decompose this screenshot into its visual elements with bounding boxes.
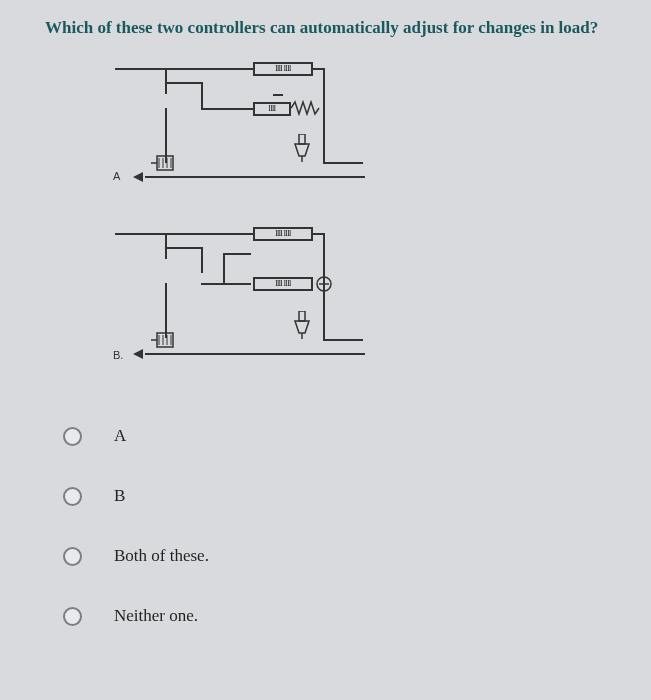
label-b: B. — [113, 349, 123, 361]
answer-options: A B Both of these. Neither one. — [63, 426, 606, 626]
option-neither[interactable]: Neither one. — [63, 606, 606, 626]
radio-a[interactable] — [63, 427, 82, 446]
radio-b[interactable] — [63, 487, 82, 506]
option-label: Both of these. — [114, 546, 209, 566]
radio-neither[interactable] — [63, 607, 82, 626]
circuit-a: llll llll llll — [105, 56, 365, 206]
option-both[interactable]: Both of these. — [63, 546, 606, 566]
option-a[interactable]: A — [63, 426, 606, 446]
question-text: Which of these two controllers can autom… — [45, 18, 606, 38]
option-label: A — [114, 426, 126, 446]
svg-rect-0 — [299, 134, 305, 144]
option-b[interactable]: B — [63, 486, 606, 506]
svg-rect-12 — [299, 311, 305, 321]
circuit-b: llll llll llll llll — [105, 221, 365, 371]
controller-diagram: llll llll llll — [105, 56, 385, 396]
label-a: A — [113, 170, 120, 182]
svg-marker-8 — [133, 172, 143, 182]
svg-marker-20 — [133, 349, 143, 359]
radio-both[interactable] — [63, 547, 82, 566]
option-label: Neither one. — [114, 606, 198, 626]
option-label: B — [114, 486, 125, 506]
